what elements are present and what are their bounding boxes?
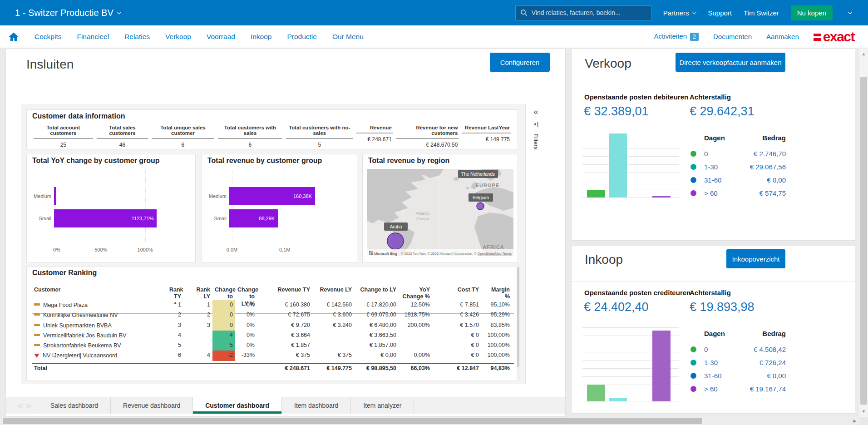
europe-label: EUROPE [476, 183, 499, 188]
scroll-down-icon[interactable]: ▼ [859, 408, 868, 415]
nav-item-documenten[interactable]: Documenten [713, 33, 752, 40]
page-vertical-scrollbar[interactable]: ▲ ▼ [859, 49, 868, 417]
nav-item-activiteiten[interactable]: Activiteiten2 [654, 32, 699, 41]
terms-link[interactable]: Terms [502, 252, 512, 256]
bar-chart: Medium Small 1123,71% [32, 170, 189, 256]
belgium-map-label: Belgium [469, 193, 493, 202]
tile-title: Total revenue by customer group [207, 157, 322, 165]
bing-map: Atlantic Ocean EUROPE AFRICA The Netherl… [367, 169, 513, 256]
nav-item[interactable]: Cockpits [35, 33, 61, 41]
overdue-amount[interactable]: € 19.893,98 [690, 300, 755, 314]
category-label: Medium [32, 193, 54, 199]
report-tab[interactable]: Customer dashboard [193, 397, 282, 414]
exact-logo-bars-icon [814, 34, 821, 41]
search-input[interactable] [532, 9, 641, 16]
create-sales-invoice-button[interactable]: Directe verkoopfactuur aanmaken [676, 53, 785, 72]
nav-item-aanmaken[interactable]: Aanmaken [766, 33, 799, 40]
tab-scroll-right-icon[interactable]: ▷ [27, 402, 31, 409]
nav-item[interactable]: Financieel [77, 33, 109, 41]
ocean-label: Atlantic [415, 211, 429, 216]
aging-row[interactable]: 0 € 2.746,70 [690, 147, 786, 160]
overdue-amount[interactable]: € 29.642,31 [690, 104, 755, 119]
open-creditors-label: Openstaande posten crediteuren [584, 289, 690, 297]
scroll-right-icon[interactable]: ▶ [851, 417, 858, 425]
nav-item[interactable]: Relaties [124, 33, 150, 41]
open-debtors-amount[interactable]: € 32.389,01 [584, 104, 649, 119]
bucket-color-dot [690, 386, 696, 392]
open-pane-icon[interactable] [533, 121, 539, 127]
column-value: 6 [152, 139, 214, 151]
scroll-up-icon[interactable]: ▲ [859, 50, 868, 58]
aging-row[interactable]: 1-30 € 726,24 [690, 356, 786, 369]
aging-row[interactable]: 31-60 € 0,00 [690, 173, 786, 187]
nav-item[interactable]: Inkoop [251, 33, 272, 41]
aging-row[interactable]: 1-30 € 29.067,56 [690, 160, 786, 173]
activiteiten-count-badge: 2 [690, 33, 699, 41]
rank-trend-icon [34, 354, 39, 358]
change-kpi-cell: 4 [212, 331, 235, 341]
open-creditors-amount[interactable]: € 24.402,40 [584, 300, 649, 314]
global-search[interactable] [515, 5, 651, 20]
rank-trend-icon [34, 324, 40, 326]
table-row[interactable]: Mega Food Plaza 1 1 0 0% € 160.380 € 142… [32, 300, 514, 310]
column-header: Revenue [356, 124, 392, 133]
configure-button[interactable]: Configureren [490, 53, 550, 72]
partners-menu[interactable]: Partners [663, 9, 696, 17]
debtors-aging-chart [582, 132, 679, 198]
change-kpi-cell: 0 [212, 321, 235, 331]
table-row[interactable]: Strokartonfabriek Beukema BV 5 5 0% € 1.… [32, 341, 514, 351]
x-axis: 0,0M0,1M [232, 247, 351, 253]
bucket-color-dot [690, 373, 696, 379]
aging-row[interactable]: > 60 € 19.167,74 [690, 382, 786, 395]
revenue-by-region-map-tile: Total revenue by region [362, 154, 518, 263]
vertical-scroll-thumb[interactable] [860, 77, 867, 405]
nav-item[interactable]: Voorraad [207, 33, 235, 41]
report-tab-bar: ◁ ▷ Sales dashboard Revenue dashboard Cu… [6, 397, 565, 414]
expand-filters-icon[interactable]: « [533, 108, 538, 116]
bucket-label: 31-60 [704, 372, 736, 380]
report-tab[interactable]: Item analyzer [351, 397, 414, 414]
bucket-color-dot [690, 346, 696, 352]
info-column: Revenue € 248.671 [355, 124, 394, 151]
nav-item[interactable]: Productie [287, 33, 316, 41]
support-link[interactable]: Support [708, 9, 732, 17]
user-menu[interactable]: Tim Switzer [744, 9, 779, 17]
aging-row[interactable]: 0 € 4.508,42 [690, 343, 786, 356]
report-vertical-scrollbar[interactable] [517, 265, 520, 381]
open-debtors-label: Openstaande posten debiteuren [584, 93, 688, 101]
table-row[interactable]: Vermicellifabriek Jos Bauduin BV 4 4 0% … [32, 331, 514, 341]
map-attribution: © 2023 TomTom, © 2023 Microsoft Corporat… [401, 252, 512, 256]
page-horizontal-scrollbar[interactable]: ▶ [0, 417, 859, 425]
buy-now-button[interactable]: Nu kopen [791, 5, 833, 20]
column-value: € 248.670,50 [396, 139, 459, 151]
inkoop-title: Inkoop [585, 252, 623, 267]
nav-item[interactable]: Verkoop [165, 33, 191, 41]
aging-bar [609, 398, 627, 401]
company-selector[interactable]: 1 - Switzer Productie BV [15, 8, 121, 18]
purchase-overview-button[interactable]: Inkoopoverzicht [726, 249, 785, 268]
report-tab[interactable]: Sales dashboard [38, 397, 111, 414]
tab-scroll-left-icon[interactable]: ◁ [18, 402, 22, 409]
report-tab[interactable]: Item dashboard [282, 397, 351, 414]
nav-item[interactable]: Our Menu [332, 33, 364, 41]
customer-name: Vermicellifabriek Jos Bauduin BV [43, 332, 126, 339]
openstreetmap-link[interactable]: OpenStreetMap [478, 252, 502, 256]
customer-name: Uniek Supermarkten BVBA [43, 322, 112, 329]
topbar-more-chevron-icon[interactable] [848, 10, 853, 15]
horizontal-scroll-thumb[interactable] [3, 418, 702, 424]
home-icon[interactable] [8, 31, 19, 42]
aging-row[interactable]: 31-60 € 0,00 [690, 369, 786, 382]
info-column: Total customers with sales 6 [216, 124, 284, 151]
table-row[interactable]: NV IJzergieterij Vulcaansoord 6 4 -2 -33… [32, 351, 514, 361]
aging-bar [652, 331, 671, 401]
verkoop-panel: Verkoop Directe verkoopfactuur aanmaken … [571, 49, 855, 241]
aging-row[interactable]: > 60 € 574,75 [690, 187, 786, 200]
svg-text:Belgium: Belgium [473, 195, 489, 200]
column-header: Total unique sales customer [152, 124, 214, 139]
category-label: Small [32, 216, 54, 221]
table-row[interactable]: Koninklijke Griesmeelunie NV 2 2 0 0% € … [32, 310, 514, 320]
netherlands-map-label: The Netherlands [458, 170, 498, 178]
table-row[interactable]: Uniek Supermarkten BVBA 3 3 0 0% € 9.720… [32, 321, 514, 331]
report-tab[interactable]: Revenue dashboard [111, 397, 193, 414]
aging-bar [587, 190, 605, 198]
